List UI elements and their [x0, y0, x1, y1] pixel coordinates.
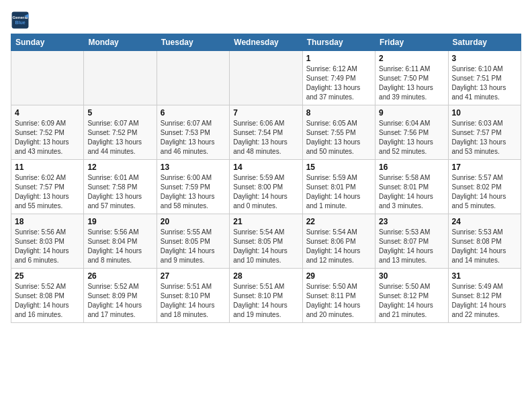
day-info: Sunrise: 5:56 AM Sunset: 8:04 PM Dayligh… [87, 228, 152, 265]
calendar-body: 1Sunrise: 6:12 AM Sunset: 7:49 PM Daylig… [11, 51, 521, 323]
calendar-cell: 29Sunrise: 5:50 AM Sunset: 8:11 PM Dayli… [302, 269, 375, 323]
day-info: Sunrise: 5:52 AM Sunset: 8:08 PM Dayligh… [15, 282, 80, 320]
calendar-table: SundayMondayTuesdayWednesdayThursdayFrid… [11, 34, 521, 323]
calendar-header-sunday: Sunday [11, 34, 84, 51]
logo: General Blue [11, 11, 30, 30]
day-number: 18 [15, 217, 80, 226]
day-info: Sunrise: 6:12 AM Sunset: 7:49 PM Dayligh… [306, 64, 371, 102]
calendar-cell [230, 51, 302, 105]
day-info: Sunrise: 5:50 AM Sunset: 8:12 PM Dayligh… [379, 282, 444, 320]
day-number: 30 [379, 271, 444, 281]
day-number: 6 [161, 108, 226, 118]
svg-text:Blue: Blue [15, 20, 25, 25]
calendar-week-4: 18Sunrise: 5:56 AM Sunset: 8:03 PM Dayli… [11, 214, 521, 269]
calendar-cell: 31Sunrise: 5:49 AM Sunset: 8:12 PM Dayli… [448, 269, 521, 323]
day-info: Sunrise: 6:05 AM Sunset: 7:55 PM Dayligh… [306, 119, 371, 156]
calendar-cell: 14Sunrise: 5:59 AM Sunset: 8:00 PM Dayli… [230, 160, 302, 214]
header: General Blue [11, 11, 521, 30]
calendar-cell: 27Sunrise: 5:51 AM Sunset: 8:10 PM Dayli… [157, 269, 229, 323]
calendar-header-friday: Friday [375, 34, 448, 51]
day-info: Sunrise: 6:11 AM Sunset: 7:50 PM Dayligh… [379, 64, 444, 102]
calendar-cell: 30Sunrise: 5:50 AM Sunset: 8:12 PM Dayli… [375, 269, 448, 323]
calendar-cell: 26Sunrise: 5:52 AM Sunset: 8:09 PM Dayli… [84, 269, 157, 323]
calendar-cell [157, 51, 229, 105]
day-number: 29 [306, 271, 371, 281]
calendar-cell: 3Sunrise: 6:10 AM Sunset: 7:51 PM Daylig… [448, 51, 521, 105]
day-info: Sunrise: 5:55 AM Sunset: 8:05 PM Dayligh… [161, 228, 226, 265]
calendar-cell: 8Sunrise: 6:05 AM Sunset: 7:55 PM Daylig… [302, 105, 375, 160]
day-info: Sunrise: 5:49 AM Sunset: 8:12 PM Dayligh… [452, 282, 517, 320]
calendar-cell: 13Sunrise: 6:00 AM Sunset: 7:59 PM Dayli… [157, 160, 229, 214]
calendar-cell: 9Sunrise: 6:04 AM Sunset: 7:56 PM Daylig… [375, 105, 448, 160]
calendar-cell: 11Sunrise: 6:02 AM Sunset: 7:57 PM Dayli… [11, 160, 84, 214]
day-number: 2 [379, 54, 444, 63]
calendar-cell: 20Sunrise: 5:55 AM Sunset: 8:05 PM Dayli… [157, 214, 229, 269]
calendar-cell: 25Sunrise: 5:52 AM Sunset: 8:08 PM Dayli… [11, 269, 84, 323]
calendar-cell: 6Sunrise: 6:07 AM Sunset: 7:53 PM Daylig… [157, 105, 229, 160]
calendar-header-saturday: Saturday [448, 34, 521, 51]
day-number: 31 [452, 271, 517, 281]
calendar-cell: 10Sunrise: 6:03 AM Sunset: 7:57 PM Dayli… [448, 105, 521, 160]
day-number: 24 [452, 217, 517, 226]
day-number: 26 [87, 271, 152, 281]
calendar-cell: 4Sunrise: 6:09 AM Sunset: 7:52 PM Daylig… [11, 105, 84, 160]
calendar-cell: 18Sunrise: 5:56 AM Sunset: 8:03 PM Dayli… [11, 214, 84, 269]
day-info: Sunrise: 5:51 AM Sunset: 8:10 PM Dayligh… [233, 282, 298, 320]
day-info: Sunrise: 5:52 AM Sunset: 8:09 PM Dayligh… [87, 282, 152, 320]
day-info: Sunrise: 6:01 AM Sunset: 7:58 PM Dayligh… [87, 173, 152, 211]
calendar-header-wednesday: Wednesday [230, 34, 302, 51]
day-number: 23 [379, 217, 444, 226]
day-number: 27 [161, 271, 226, 281]
logo-icon: General Blue [11, 11, 30, 30]
day-number: 5 [87, 108, 152, 118]
calendar-week-1: 1Sunrise: 6:12 AM Sunset: 7:49 PM Daylig… [11, 51, 521, 105]
day-number: 20 [161, 217, 226, 226]
calendar-cell [84, 51, 157, 105]
day-number: 11 [15, 163, 80, 172]
day-info: Sunrise: 5:59 AM Sunset: 8:00 PM Dayligh… [233, 173, 298, 211]
day-number: 12 [87, 163, 152, 172]
day-info: Sunrise: 5:54 AM Sunset: 8:05 PM Dayligh… [233, 228, 298, 265]
calendar-cell [11, 51, 84, 105]
day-info: Sunrise: 5:57 AM Sunset: 8:02 PM Dayligh… [452, 173, 517, 211]
calendar-cell: 21Sunrise: 5:54 AM Sunset: 8:05 PM Dayli… [230, 214, 302, 269]
calendar-cell: 23Sunrise: 5:53 AM Sunset: 8:07 PM Dayli… [375, 214, 448, 269]
calendar-cell: 15Sunrise: 5:59 AM Sunset: 8:01 PM Dayli… [302, 160, 375, 214]
calendar-header-row: SundayMondayTuesdayWednesdayThursdayFrid… [11, 34, 521, 51]
day-info: Sunrise: 5:58 AM Sunset: 8:01 PM Dayligh… [379, 173, 444, 211]
calendar-cell: 5Sunrise: 6:07 AM Sunset: 7:52 PM Daylig… [84, 105, 157, 160]
calendar-header-thursday: Thursday [302, 34, 375, 51]
calendar-cell: 17Sunrise: 5:57 AM Sunset: 8:02 PM Dayli… [448, 160, 521, 214]
day-number: 25 [15, 271, 80, 281]
day-info: Sunrise: 5:56 AM Sunset: 8:03 PM Dayligh… [15, 228, 80, 265]
day-number: 16 [379, 163, 444, 172]
calendar-cell: 19Sunrise: 5:56 AM Sunset: 8:04 PM Dayli… [84, 214, 157, 269]
day-info: Sunrise: 6:00 AM Sunset: 7:59 PM Dayligh… [161, 173, 226, 211]
calendar-cell: 22Sunrise: 5:54 AM Sunset: 8:06 PM Dayli… [302, 214, 375, 269]
day-number: 10 [452, 108, 517, 118]
calendar-week-3: 11Sunrise: 6:02 AM Sunset: 7:57 PM Dayli… [11, 160, 521, 214]
day-number: 3 [452, 54, 517, 63]
day-number: 8 [306, 108, 371, 118]
day-number: 28 [233, 271, 298, 281]
calendar-cell: 28Sunrise: 5:51 AM Sunset: 8:10 PM Dayli… [230, 269, 302, 323]
day-info: Sunrise: 6:09 AM Sunset: 7:52 PM Dayligh… [15, 119, 80, 156]
day-number: 14 [233, 163, 298, 172]
day-number: 22 [306, 217, 371, 226]
calendar-cell: 2Sunrise: 6:11 AM Sunset: 7:50 PM Daylig… [375, 51, 448, 105]
day-number: 9 [379, 108, 444, 118]
calendar-cell: 1Sunrise: 6:12 AM Sunset: 7:49 PM Daylig… [302, 51, 375, 105]
calendar-week-2: 4Sunrise: 6:09 AM Sunset: 7:52 PM Daylig… [11, 105, 521, 160]
day-info: Sunrise: 6:07 AM Sunset: 7:53 PM Dayligh… [161, 119, 226, 156]
day-info: Sunrise: 5:59 AM Sunset: 8:01 PM Dayligh… [306, 173, 371, 211]
day-info: Sunrise: 5:51 AM Sunset: 8:10 PM Dayligh… [161, 282, 226, 320]
day-info: Sunrise: 6:07 AM Sunset: 7:52 PM Dayligh… [87, 119, 152, 156]
calendar-cell: 24Sunrise: 5:53 AM Sunset: 8:08 PM Dayli… [448, 214, 521, 269]
day-info: Sunrise: 6:02 AM Sunset: 7:57 PM Dayligh… [15, 173, 80, 211]
calendar-header-tuesday: Tuesday [157, 34, 229, 51]
day-number: 19 [87, 217, 152, 226]
calendar-week-5: 25Sunrise: 5:52 AM Sunset: 8:08 PM Dayli… [11, 269, 521, 323]
day-info: Sunrise: 6:04 AM Sunset: 7:56 PM Dayligh… [379, 119, 444, 156]
calendar-cell: 7Sunrise: 6:06 AM Sunset: 7:54 PM Daylig… [230, 105, 302, 160]
day-number: 17 [452, 163, 517, 172]
